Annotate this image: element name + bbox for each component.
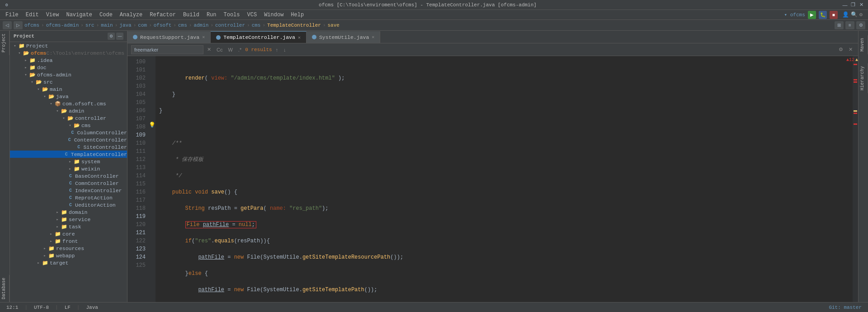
menu-view[interactable]: View	[42, 10, 63, 20]
menu-navigate[interactable]: Navigate	[62, 10, 96, 20]
code-editor[interactable]: 100 101 102 103 104 105 106 107 108 109 …	[127, 56, 858, 302]
tree-webapp[interactable]: ▸ 📁 webapp	[10, 252, 127, 259]
tree-idea[interactable]: ▸ 📁 .idea	[10, 57, 127, 64]
tree-content-controller[interactable]: ▸ C ContentController	[10, 136, 127, 143]
folder-icon: 📂	[23, 50, 30, 56]
tree-project[interactable]: ▾ 📁 Project	[10, 42, 127, 49]
maven-tab[interactable]: Maven	[859, 35, 868, 54]
error-marker-3	[854, 81, 857, 83]
tab-request-support[interactable]: RequestSupport.java ✕	[127, 31, 211, 43]
tree-controller[interactable]: ▾ 📂 controller	[10, 114, 127, 122]
nav-forward-button[interactable]: ▷	[14, 21, 23, 29]
menu-build[interactable]: Build	[179, 10, 203, 20]
tree-main[interactable]: ▾ 📂 main	[10, 85, 127, 93]
search-filter-button[interactable]: ⚙	[837, 46, 845, 53]
line-105: * 保存模板	[159, 156, 853, 164]
tree-index-controller[interactable]: ▸ C IndexController	[10, 187, 127, 194]
sidebar-collapse-button[interactable]: —	[116, 33, 123, 40]
tree-task[interactable]: ▸ 📁 task	[10, 223, 127, 230]
minimize-button[interactable]: —	[842, 2, 848, 8]
tree-base-controller[interactable]: ▸ C BaseController	[10, 172, 127, 180]
run-button[interactable]: ▶	[808, 11, 816, 19]
stop-button[interactable]: ■	[830, 11, 838, 19]
maximize-button[interactable]: ❐	[850, 2, 856, 8]
tree-reprot-action[interactable]: ▸ C ReprotAction	[10, 194, 127, 201]
menu-analyze[interactable]: Analyze	[116, 10, 146, 20]
breadcrumb-ofcms[interactable]: ofcms	[24, 23, 39, 28]
breadcrumb-main[interactable]: main	[101, 23, 113, 28]
search-down-button[interactable]: ↓	[282, 47, 288, 53]
tree-template-controller[interactable]: ▸ C TemplateController	[10, 151, 127, 158]
tab-close-request[interactable]: ✕	[202, 34, 205, 40]
tab-template-controller[interactable]: TemplateController.java ✕	[211, 31, 307, 43]
tree-system[interactable]: ▸ 📁 system	[10, 158, 127, 165]
breadcrumb-cms[interactable]: cms	[178, 23, 187, 28]
tree-service[interactable]: ▸ 📁 service	[10, 216, 127, 223]
menu-edit[interactable]: Edit	[22, 10, 42, 20]
tree-ofcms[interactable]: ▾ 📂 ofcms C:\Tools\enviroment\ofcms	[10, 49, 127, 57]
tree-weixin[interactable]: ▸ 📁 weixin	[10, 165, 127, 172]
breadcrumb-com[interactable]: com	[138, 23, 147, 28]
search-close-button[interactable]: ✕	[847, 46, 854, 53]
menu-refactor[interactable]: Refactor	[146, 10, 179, 20]
breadcrumb-controller[interactable]: controller	[215, 23, 245, 28]
menu-window[interactable]: Window	[260, 10, 287, 20]
database-tab[interactable]: Database	[0, 275, 9, 302]
search-prev-button[interactable]: ✕	[205, 46, 213, 53]
tree-column-controller[interactable]: ▸ C ColumnController	[10, 129, 127, 136]
tree-com-ofsoft[interactable]: ▾ 📦 com.ofsoft.cms	[10, 100, 127, 107]
menu-help[interactable]: Help	[287, 10, 307, 20]
project-tab[interactable]: Project	[0, 31, 9, 55]
close-button[interactable]: ✕	[858, 2, 864, 8]
breadcrumb-save[interactable]: save	[327, 23, 339, 28]
tab-system-utile[interactable]: SystemUtile.java ✕	[307, 31, 380, 43]
sidebar-gear-button[interactable]: ⚙	[108, 33, 115, 40]
sidebar-header: Project ⚙ —	[10, 31, 127, 42]
tree-comn-controller[interactable]: ▸ C ComnController	[10, 180, 127, 187]
tab-close-system[interactable]: ✕	[372, 34, 374, 40]
tree-src[interactable]: ▾ 📂 src	[10, 78, 127, 85]
tree-domain[interactable]: ▸ 📁 domain	[10, 208, 127, 216]
menu-run[interactable]: Run	[203, 10, 220, 20]
nav-back-button[interactable]: ◁	[3, 21, 12, 29]
settings-button[interactable]: ⚙	[856, 21, 865, 29]
tree-core[interactable]: ▸ 📁 core	[10, 230, 127, 237]
status-bar: 12:1 | UTF-8 | LF | Java Git: master	[0, 302, 868, 312]
breadcrumb-cms2[interactable]: cms	[252, 23, 261, 28]
breadcrumb-src[interactable]: src	[85, 23, 94, 28]
menu-code[interactable]: Code	[96, 10, 116, 20]
code-content[interactable]: render( view: "/admin/cms/template/index…	[156, 56, 853, 302]
hierarchy-tab[interactable]: Hierarchy	[859, 63, 868, 93]
menu-vcs[interactable]: VCS	[244, 10, 261, 20]
debug-button[interactable]: 🐛	[819, 11, 827, 19]
intention-bulb-icon[interactable]: 💡	[149, 121, 156, 129]
tree-doc[interactable]: ▸ 📁 doc	[10, 64, 127, 71]
tree-arrow: ▸	[42, 253, 48, 258]
search-up-button[interactable]: ↑	[274, 47, 280, 53]
tree-site-controller[interactable]: ▸ C SiteController	[10, 143, 127, 151]
tree-front[interactable]: ▸ 📁 front	[10, 237, 127, 245]
structure-button[interactable]: ⊞	[835, 21, 844, 29]
tree-admin[interactable]: ▾ 📂 admin	[10, 107, 127, 114]
tree-target[interactable]: ▸ 📁 target	[10, 259, 127, 266]
breadcrumb-templatecontroller[interactable]: TemplateController	[267, 23, 321, 28]
tree-ofcms-admin[interactable]: ▾ 📂 ofcms-admin	[10, 71, 127, 78]
tree-java[interactable]: ▾ 📂 java	[10, 93, 127, 100]
search-options-button[interactable]: Cc	[215, 47, 224, 53]
tree-ueditor-action[interactable]: ▸ C UeditorAction	[10, 201, 127, 208]
breadcrumb-admin[interactable]: ofcms-admin	[46, 23, 79, 28]
menu-file[interactable]: File	[2, 10, 22, 20]
breadcrumb-admin2[interactable]: admin	[193, 23, 208, 28]
tab-close-template[interactable]: ✕	[298, 35, 301, 40]
tree-resources[interactable]: ▸ 📁 resources	[10, 245, 127, 252]
tree-label-com-ofsoft: com.ofsoft.cms	[62, 101, 106, 107]
search-regex-button[interactable]: .*	[236, 47, 243, 53]
tree-cms[interactable]: ▾ 📂 cms	[10, 122, 127, 129]
search-input[interactable]	[131, 45, 203, 54]
search-word-button[interactable]: W	[226, 47, 234, 53]
breadcrumb-java[interactable]: java	[119, 23, 131, 28]
menu-tools[interactable]: Tools	[220, 10, 244, 20]
sidebar-title: Project	[14, 33, 34, 39]
list-button[interactable]: ≡	[845, 21, 854, 29]
breadcrumb-ofsoft[interactable]: ofsoft	[154, 23, 172, 28]
